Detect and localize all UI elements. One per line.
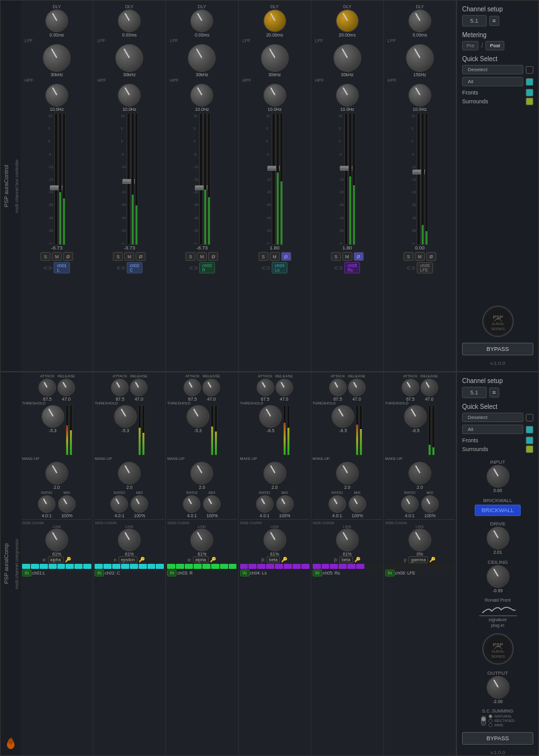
solo-btn-ch06[interactable]: S bbox=[403, 252, 414, 261]
makeup-knob-ch06[interactable] bbox=[409, 462, 431, 484]
ratio-knob-ch05[interactable] bbox=[328, 495, 346, 513]
link-knob-ch06[interactable] bbox=[409, 529, 431, 551]
pre-meter-btn[interactable]: Pre bbox=[462, 41, 478, 50]
attack-knob-ch03[interactable] bbox=[183, 379, 201, 396]
solo-btn-ch04[interactable]: S bbox=[258, 252, 269, 261]
mix-knob-ch06[interactable] bbox=[421, 495, 439, 513]
phase-btn-ch05[interactable]: Ø bbox=[354, 252, 364, 261]
link-knob-ch01[interactable] bbox=[45, 529, 68, 551]
threshold-knob-ch06[interactable] bbox=[404, 405, 427, 428]
brickwall-btn[interactable]: BRICKWALL bbox=[475, 505, 521, 516]
deselect-btn-top[interactable]: Deselect bbox=[462, 65, 523, 74]
fader-track-ch06[interactable] bbox=[417, 113, 420, 245]
release-knob-ch04[interactable] bbox=[275, 379, 293, 396]
mix-knob-ch04[interactable] bbox=[276, 495, 294, 513]
mute-btn-ch03[interactable]: M bbox=[197, 252, 207, 261]
all-btn-bottom[interactable]: All bbox=[462, 425, 523, 434]
comp-channel-ch05: ATTACK 67.5 RELEASE 47.0 THRESHOLD -6.5 bbox=[311, 372, 384, 755]
attack-knob-ch01[interactable] bbox=[38, 379, 56, 396]
bypass-btn-bottom[interactable]: BYPASS bbox=[462, 732, 533, 745]
mix-knob-ch05[interactable] bbox=[349, 495, 366, 513]
attack-knob-ch02[interactable] bbox=[111, 379, 129, 396]
channel-setup-menu-bottom[interactable]: ≡ bbox=[489, 387, 499, 398]
attack-knob-ch05[interactable] bbox=[329, 379, 347, 396]
release-knob-ch06[interactable] bbox=[420, 379, 438, 396]
release-knob-ch01[interactable] bbox=[57, 379, 75, 396]
mute-btn-ch01[interactable]: M bbox=[52, 252, 62, 261]
mute-btn-ch06[interactable]: M bbox=[415, 252, 425, 261]
phase-btn-ch06[interactable]: Ø bbox=[426, 252, 436, 261]
in-badge-ch05[interactable]: IN bbox=[313, 570, 322, 576]
makeup-knob-ch02[interactable] bbox=[118, 462, 141, 484]
svg-text:SERIES: SERIES bbox=[490, 655, 504, 658]
fader-track-ch02[interactable] bbox=[127, 113, 130, 245]
solo-btn-ch02[interactable]: S bbox=[113, 252, 123, 261]
mix-knob-ch02[interactable] bbox=[130, 495, 148, 513]
drive-knob[interactable] bbox=[487, 527, 509, 549]
makeup-knob-ch04[interactable] bbox=[264, 462, 286, 484]
channel-setup-menu[interactable]: ≡ bbox=[489, 16, 499, 26]
fader-track-ch05[interactable] bbox=[344, 113, 348, 245]
phase-btn-ch01[interactable]: Ø bbox=[63, 252, 73, 261]
top-channels-area: DLY 0.00ms LPF 30kHz HPF 10.0Hz 1050 -5-… bbox=[21, 1, 456, 371]
channel-strip-ch05: DLY 20.00ms LPF 30kHz HPF 10.0Hz 1050 -5… bbox=[311, 1, 384, 371]
post-meter-btn[interactable]: Post bbox=[485, 41, 504, 50]
ratio-knob-ch02[interactable] bbox=[110, 495, 128, 513]
ceiling-knob[interactable] bbox=[487, 565, 509, 588]
phase-btn-ch04[interactable]: Ø bbox=[281, 252, 291, 261]
bypass-btn-top[interactable]: BYPASS bbox=[462, 343, 533, 355]
phase-btn-ch02[interactable]: Ø bbox=[136, 252, 146, 261]
sc-toggle[interactable] bbox=[481, 716, 486, 726]
ratio-knob-ch03[interactable] bbox=[183, 495, 200, 513]
makeup-knob-ch01[interactable] bbox=[45, 462, 68, 484]
fader-track-ch03[interactable] bbox=[199, 113, 203, 245]
channel-setup-btn[interactable]: 5.1 bbox=[462, 15, 487, 26]
attack-knob-ch04[interactable] bbox=[257, 379, 274, 396]
key-icon-ch04: 🔑 bbox=[281, 557, 287, 563]
top-controller-label: multi channel bus controller bbox=[12, 1, 21, 371]
mute-btn-ch04[interactable]: M bbox=[270, 252, 280, 261]
ratio-knob-ch04[interactable] bbox=[256, 495, 274, 513]
solo-btn-ch03[interactable]: S bbox=[185, 252, 195, 261]
signature-image bbox=[479, 604, 517, 616]
solo-btn-ch05[interactable]: S bbox=[331, 252, 341, 261]
threshold-knob-ch03[interactable] bbox=[187, 405, 209, 428]
fader-track-ch01[interactable] bbox=[54, 113, 58, 245]
bottom-channels-area: ATTACK 67.5 RELEASE 47.0 THRESHOLD -5.3 bbox=[21, 372, 456, 755]
makeup-knob-ch03[interactable] bbox=[190, 462, 213, 484]
in-badge-ch06[interactable]: IN bbox=[385, 570, 395, 576]
deselect-btn-bottom[interactable]: Deselect bbox=[462, 413, 523, 422]
output-knob[interactable] bbox=[487, 676, 509, 699]
mix-knob-ch03[interactable] bbox=[203, 495, 221, 513]
threshold-knob-ch02[interactable] bbox=[114, 405, 137, 428]
makeup-knob-ch05[interactable] bbox=[336, 462, 359, 484]
threshold-knob-ch04[interactable] bbox=[259, 405, 282, 428]
all-btn-top[interactable]: All bbox=[462, 77, 523, 86]
fader-track-ch04[interactable] bbox=[272, 113, 275, 245]
channel-setup-section: Channel setup 5.1 ≡ bbox=[462, 6, 533, 26]
mix-knob-ch01[interactable] bbox=[58, 495, 76, 513]
release-knob-ch03[interactable] bbox=[202, 379, 220, 396]
in-badge-ch03[interactable]: IN bbox=[167, 570, 177, 576]
mute-btn-ch05[interactable]: M bbox=[342, 252, 352, 261]
svg-text:SERIES: SERIES bbox=[490, 327, 504, 331]
release-knob-ch05[interactable] bbox=[348, 379, 366, 396]
phase-btn-ch03[interactable]: Ø bbox=[208, 252, 218, 261]
link-knob-ch04[interactable] bbox=[264, 529, 286, 551]
link-knob-ch05[interactable] bbox=[336, 529, 359, 551]
input-knob[interactable] bbox=[487, 465, 509, 488]
threshold-knob-ch01[interactable] bbox=[42, 405, 64, 428]
ratio-knob-ch01[interactable] bbox=[38, 495, 55, 513]
link-knob-ch02[interactable] bbox=[118, 529, 141, 551]
ratio-knob-ch06[interactable] bbox=[401, 495, 419, 513]
threshold-knob-ch05[interactable] bbox=[332, 405, 354, 428]
in-badge-ch01[interactable]: IN bbox=[22, 570, 32, 576]
channel-setup-btn-bottom[interactable]: 5.1 bbox=[462, 387, 487, 398]
in-badge-ch04[interactable]: IN bbox=[240, 570, 250, 576]
in-badge-ch02[interactable]: IN bbox=[95, 570, 104, 576]
link-knob-ch03[interactable] bbox=[190, 529, 213, 551]
release-knob-ch02[interactable] bbox=[130, 379, 148, 396]
attack-knob-ch06[interactable] bbox=[402, 379, 419, 396]
solo-btn-ch01[interactable]: S bbox=[40, 252, 50, 261]
mute-btn-ch02[interactable]: M bbox=[124, 252, 134, 261]
